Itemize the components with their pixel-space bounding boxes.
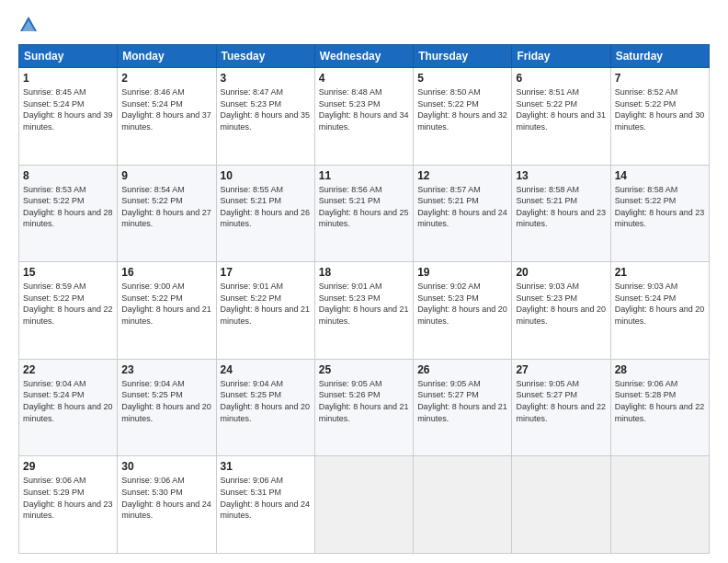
day-info: Sunrise: 8:53 AMSunset: 5:22 PMDaylight:… <box>23 184 113 230</box>
day-number: 7 <box>615 72 705 85</box>
day-number: 22 <box>23 363 113 376</box>
calendar-cell: 27Sunrise: 9:05 AMSunset: 5:27 PMDayligh… <box>512 359 610 456</box>
day-info: Sunrise: 9:00 AMSunset: 5:22 PMDaylight:… <box>121 281 211 327</box>
calendar-cell: 16Sunrise: 9:00 AMSunset: 5:22 PMDayligh… <box>118 262 216 360</box>
day-number: 16 <box>121 266 211 279</box>
day-info: Sunrise: 8:48 AMSunset: 5:23 PMDaylight:… <box>319 86 409 132</box>
calendar-cell: 18Sunrise: 9:01 AMSunset: 5:23 PMDayligh… <box>314 262 413 360</box>
day-number: 9 <box>121 169 211 182</box>
day-number: 23 <box>121 363 211 376</box>
day-info: Sunrise: 8:46 AMSunset: 5:24 PMDaylight:… <box>121 86 211 132</box>
day-number: 29 <box>23 460 113 473</box>
calendar-cell: 3Sunrise: 8:47 AMSunset: 5:23 PMDaylight… <box>216 68 314 166</box>
day-info: Sunrise: 9:05 AMSunset: 5:27 PMDaylight:… <box>516 378 606 424</box>
day-info: Sunrise: 9:04 AMSunset: 5:24 PMDaylight:… <box>23 378 113 424</box>
calendar-cell: 19Sunrise: 9:02 AMSunset: 5:23 PMDayligh… <box>414 262 512 360</box>
header <box>18 15 710 35</box>
day-number: 4 <box>319 72 409 85</box>
day-info: Sunrise: 8:57 AMSunset: 5:21 PMDaylight:… <box>417 184 507 230</box>
day-info: Sunrise: 9:05 AMSunset: 5:27 PMDaylight:… <box>417 378 507 424</box>
calendar-cell <box>314 456 413 554</box>
day-info: Sunrise: 8:58 AMSunset: 5:22 PMDaylight:… <box>615 184 705 230</box>
day-number: 26 <box>417 363 507 376</box>
day-number: 14 <box>615 169 705 182</box>
day-info: Sunrise: 8:51 AMSunset: 5:22 PMDaylight:… <box>516 86 606 132</box>
calendar-cell <box>414 456 512 554</box>
day-info: Sunrise: 8:50 AMSunset: 5:22 PMDaylight:… <box>417 86 507 132</box>
calendar-cell: 1Sunrise: 8:45 AMSunset: 5:24 PMDaylight… <box>19 68 118 166</box>
day-number: 17 <box>221 266 311 279</box>
calendar-cell: 17Sunrise: 9:01 AMSunset: 5:22 PMDayligh… <box>216 262 314 360</box>
calendar-row-5: 29Sunrise: 9:06 AMSunset: 5:29 PMDayligh… <box>19 456 710 554</box>
calendar-day-header-monday: Monday <box>118 45 216 68</box>
day-number: 28 <box>615 363 705 376</box>
day-number: 20 <box>516 266 606 279</box>
calendar-cell: 22Sunrise: 9:04 AMSunset: 5:24 PMDayligh… <box>19 359 118 456</box>
calendar-row-2: 8Sunrise: 8:53 AMSunset: 5:22 PMDaylight… <box>19 165 710 262</box>
calendar-cell: 8Sunrise: 8:53 AMSunset: 5:22 PMDaylight… <box>19 165 118 262</box>
day-info: Sunrise: 9:06 AMSunset: 5:28 PMDaylight:… <box>615 378 705 424</box>
day-number: 3 <box>221 72 311 85</box>
day-info: Sunrise: 8:47 AMSunset: 5:23 PMDaylight:… <box>221 86 311 132</box>
day-info: Sunrise: 8:54 AMSunset: 5:22 PMDaylight:… <box>121 184 211 230</box>
day-info: Sunrise: 9:04 AMSunset: 5:25 PMDaylight:… <box>121 378 211 424</box>
day-number: 27 <box>516 363 606 376</box>
calendar-day-header-thursday: Thursday <box>414 45 512 68</box>
logo-icon <box>18 15 39 35</box>
day-info: Sunrise: 9:06 AMSunset: 5:31 PMDaylight:… <box>221 475 311 521</box>
calendar-cell: 13Sunrise: 8:58 AMSunset: 5:21 PMDayligh… <box>512 165 610 262</box>
day-info: Sunrise: 9:04 AMSunset: 5:25 PMDaylight:… <box>221 378 311 424</box>
main-container: SundayMondayTuesdayWednesdayThursdayFrid… <box>0 0 728 563</box>
calendar-row-4: 22Sunrise: 9:04 AMSunset: 5:24 PMDayligh… <box>19 359 710 456</box>
day-number: 31 <box>221 460 311 473</box>
calendar-table: SundayMondayTuesdayWednesdayThursdayFrid… <box>18 44 710 554</box>
day-info: Sunrise: 8:56 AMSunset: 5:21 PMDaylight:… <box>319 184 409 230</box>
day-info: Sunrise: 8:55 AMSunset: 5:21 PMDaylight:… <box>221 184 311 230</box>
calendar-cell: 21Sunrise: 9:03 AMSunset: 5:24 PMDayligh… <box>610 262 709 360</box>
day-number: 6 <box>516 72 606 85</box>
day-number: 30 <box>121 460 211 473</box>
calendar-cell: 28Sunrise: 9:06 AMSunset: 5:28 PMDayligh… <box>610 359 709 456</box>
day-info: Sunrise: 9:06 AMSunset: 5:30 PMDaylight:… <box>121 475 211 521</box>
day-number: 21 <box>615 266 705 279</box>
day-info: Sunrise: 9:03 AMSunset: 5:24 PMDaylight:… <box>615 281 705 327</box>
calendar-cell: 7Sunrise: 8:52 AMSunset: 5:22 PMDaylight… <box>610 68 709 166</box>
day-number: 25 <box>319 363 409 376</box>
calendar-cell: 14Sunrise: 8:58 AMSunset: 5:22 PMDayligh… <box>610 165 709 262</box>
day-number: 5 <box>417 72 507 85</box>
calendar-cell: 9Sunrise: 8:54 AMSunset: 5:22 PMDaylight… <box>118 165 216 262</box>
day-number: 13 <box>516 169 606 182</box>
calendar-cell: 24Sunrise: 9:04 AMSunset: 5:25 PMDayligh… <box>216 359 314 456</box>
calendar-row-3: 15Sunrise: 8:59 AMSunset: 5:22 PMDayligh… <box>19 262 710 360</box>
calendar-row-1: 1Sunrise: 8:45 AMSunset: 5:24 PMDaylight… <box>19 68 710 166</box>
calendar-cell <box>610 456 709 554</box>
day-number: 10 <box>221 169 311 182</box>
day-number: 19 <box>417 266 507 279</box>
calendar-day-header-tuesday: Tuesday <box>216 45 314 68</box>
day-info: Sunrise: 8:58 AMSunset: 5:21 PMDaylight:… <box>516 184 606 230</box>
day-info: Sunrise: 9:02 AMSunset: 5:23 PMDaylight:… <box>417 281 507 327</box>
day-number: 24 <box>221 363 311 376</box>
calendar-cell: 29Sunrise: 9:06 AMSunset: 5:29 PMDayligh… <box>19 456 118 554</box>
day-info: Sunrise: 8:59 AMSunset: 5:22 PMDaylight:… <box>23 281 113 327</box>
calendar-cell: 11Sunrise: 8:56 AMSunset: 5:21 PMDayligh… <box>314 165 413 262</box>
day-number: 8 <box>23 169 113 182</box>
calendar-cell: 30Sunrise: 9:06 AMSunset: 5:30 PMDayligh… <box>118 456 216 554</box>
calendar-day-header-sunday: Sunday <box>19 45 118 68</box>
calendar-body: 1Sunrise: 8:45 AMSunset: 5:24 PMDaylight… <box>19 68 710 554</box>
day-info: Sunrise: 9:05 AMSunset: 5:26 PMDaylight:… <box>319 378 409 424</box>
calendar-cell: 10Sunrise: 8:55 AMSunset: 5:21 PMDayligh… <box>216 165 314 262</box>
calendar-cell: 25Sunrise: 9:05 AMSunset: 5:26 PMDayligh… <box>314 359 413 456</box>
calendar-cell: 20Sunrise: 9:03 AMSunset: 5:23 PMDayligh… <box>512 262 610 360</box>
day-info: Sunrise: 9:01 AMSunset: 5:22 PMDaylight:… <box>221 281 311 327</box>
day-info: Sunrise: 9:03 AMSunset: 5:23 PMDaylight:… <box>516 281 606 327</box>
calendar-cell: 31Sunrise: 9:06 AMSunset: 5:31 PMDayligh… <box>216 456 314 554</box>
day-number: 15 <box>23 266 113 279</box>
calendar-cell: 12Sunrise: 8:57 AMSunset: 5:21 PMDayligh… <box>414 165 512 262</box>
calendar-cell: 26Sunrise: 9:05 AMSunset: 5:27 PMDayligh… <box>414 359 512 456</box>
day-info: Sunrise: 8:52 AMSunset: 5:22 PMDaylight:… <box>615 86 705 132</box>
day-number: 12 <box>417 169 507 182</box>
calendar-day-header-wednesday: Wednesday <box>314 45 413 68</box>
calendar-cell: 2Sunrise: 8:46 AMSunset: 5:24 PMDaylight… <box>118 68 216 166</box>
day-info: Sunrise: 9:01 AMSunset: 5:23 PMDaylight:… <box>319 281 409 327</box>
